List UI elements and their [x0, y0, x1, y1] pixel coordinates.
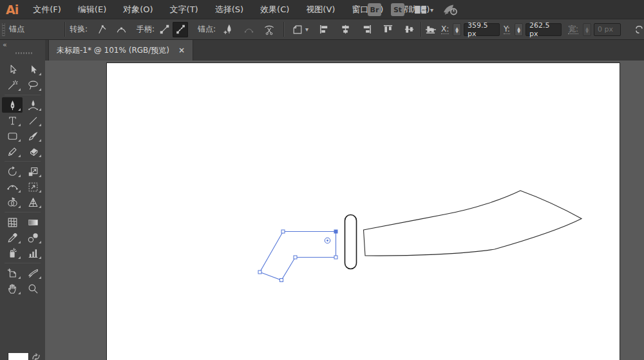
- close-icon[interactable]: ×: [178, 46, 185, 55]
- shape-builder-icon: [6, 196, 19, 209]
- tool-column-graph[interactable]: [23, 245, 43, 261]
- rotate-icon: [6, 166, 19, 178]
- tool-hand[interactable]: [2, 281, 23, 296]
- tool-magic-wand[interactable]: [2, 77, 23, 93]
- tool-slice[interactable]: [23, 265, 43, 281]
- blend-icon: [27, 232, 39, 244]
- symbol-sprayer-icon: [6, 247, 19, 260]
- tool-rotate[interactable]: [2, 164, 23, 179]
- divider: [64, 22, 65, 37]
- gpu-performance-icon[interactable]: [443, 4, 458, 15]
- menu-item-5[interactable]: 效果(C): [252, 0, 298, 19]
- perspective-icon: [27, 196, 39, 209]
- context-label: 锚点: [9, 19, 24, 39]
- remove-anchor-button-disabled[interactable]: [241, 19, 256, 39]
- chevron-down-icon: ▾: [430, 6, 433, 14]
- tool-rectangle[interactable]: [2, 128, 23, 144]
- cut-path-button[interactable]: [261, 19, 277, 39]
- artboard-icon: [6, 267, 19, 279]
- tool-perspective-grid[interactable]: [23, 194, 43, 210]
- align-buttons: [316, 19, 438, 39]
- tool-width[interactable]: [2, 179, 23, 194]
- constrain-icon-partial: [634, 19, 644, 39]
- menu-item-0[interactable]: 文件(F): [24, 0, 70, 19]
- width-stepper: ▲▼: [583, 19, 591, 39]
- slice-icon: [27, 267, 39, 279]
- bridge-button[interactable]: Br: [368, 3, 381, 16]
- stock-button[interactable]: St: [391, 3, 404, 16]
- eraser-icon: [27, 146, 39, 158]
- menu-item-1[interactable]: 编辑(E): [70, 0, 115, 19]
- x-label: X:: [441, 19, 449, 39]
- tool-eraser[interactable]: [23, 144, 43, 159]
- add-anchor-button[interactable]: [221, 19, 236, 39]
- align-top-button[interactable]: [380, 22, 395, 37]
- tool-pen[interactable]: [2, 97, 23, 113]
- tool-lasso[interactable]: [23, 77, 43, 93]
- convert-to-smooth-button[interactable]: [113, 19, 129, 39]
- tool-mesh[interactable]: [2, 214, 23, 230]
- align-right-button[interactable]: [359, 22, 374, 37]
- magic-wand-icon: [6, 79, 19, 91]
- tool-gradient[interactable]: [23, 214, 43, 230]
- y-stepper[interactable]: ▲▼: [515, 19, 523, 39]
- artboard-clip-dropdown[interactable]: ▾: [290, 19, 308, 39]
- align-left-button[interactable]: [316, 22, 332, 37]
- tool-zoom[interactable]: [23, 281, 43, 296]
- column-graph-icon: [27, 247, 39, 260]
- control-bar-grip[interactable]: [2, 19, 5, 39]
- toolbar-grip[interactable]: [15, 52, 32, 54]
- menu-item-4[interactable]: 选择(S): [207, 0, 252, 19]
- convert-label: 转换:: [70, 19, 88, 39]
- app-logo: Ai: [0, 3, 24, 17]
- knife-guard-capsule[interactable]: [345, 215, 357, 269]
- document-tab[interactable]: 未标题-1* @ 101% (RGB/预览) ×: [48, 40, 193, 61]
- toolbar-header: «: [0, 40, 45, 61]
- fill-swatch[interactable]: [8, 353, 28, 360]
- rectangle-icon: [6, 130, 19, 142]
- illustrator-window: Ai 文件(F)编辑(E)对象(O)文字(T)选择(S)效果(C)视图(V)窗口…: [0, 0, 644, 360]
- tool-curvature[interactable]: [23, 97, 43, 113]
- tool-free-transform[interactable]: [23, 179, 43, 194]
- curvature-icon: [27, 99, 39, 111]
- convert-to-corner-button[interactable]: [94, 19, 109, 39]
- tool-paintbrush[interactable]: [23, 128, 43, 144]
- menu-item-6[interactable]: 视图(V): [298, 0, 343, 19]
- align-center-button[interactable]: [337, 22, 353, 37]
- selection-icon: [6, 64, 19, 76]
- tool-type[interactable]: [2, 113, 23, 128]
- hide-handles-button[interactable]: [173, 19, 188, 39]
- tool-line-segment[interactable]: [23, 113, 43, 128]
- tool-artboard[interactable]: [2, 265, 23, 281]
- menu-item-2[interactable]: 对象(O): [115, 0, 161, 19]
- y-field[interactable]: 262.5 px: [524, 19, 562, 39]
- selected-anchor-point: [334, 230, 338, 234]
- divider: [421, 22, 421, 37]
- align-middle-button[interactable]: [401, 22, 417, 37]
- zoom-icon: [27, 283, 39, 295]
- eyedropper-icon: [6, 232, 19, 244]
- width-label: 宽:: [568, 19, 578, 39]
- tool-shape-builder[interactable]: [2, 194, 23, 210]
- tool-eyedropper[interactable]: [2, 230, 23, 245]
- menu-item-3[interactable]: 文字(T): [162, 0, 207, 19]
- show-handles-button[interactable]: [156, 19, 172, 39]
- tool-selection[interactable]: [2, 62, 23, 77]
- canvas-area[interactable]: [45, 61, 644, 360]
- x-stepper[interactable]: ▲▼: [453, 19, 461, 39]
- tool-direct-selection[interactable]: [23, 62, 43, 77]
- swap-fill-stroke-icon[interactable]: [31, 352, 41, 360]
- artwork-svg: [45, 61, 644, 360]
- tool-blend[interactable]: [23, 230, 43, 245]
- tool-scale[interactable]: [23, 164, 43, 179]
- tool-symbol-sprayer[interactable]: [2, 245, 23, 261]
- divider: [283, 22, 284, 37]
- tool-pencil[interactable]: [2, 144, 23, 159]
- x-field[interactable]: 359.5 px: [462, 19, 500, 39]
- width-icon: [6, 181, 19, 193]
- hand-icon: [6, 283, 19, 295]
- collapse-panel-icon[interactable]: «: [3, 41, 7, 49]
- workspace-switcher[interactable]: ▾: [414, 5, 433, 15]
- control-bar: 锚点 转换: 手柄:: [0, 19, 644, 40]
- scale-icon: [27, 166, 39, 178]
